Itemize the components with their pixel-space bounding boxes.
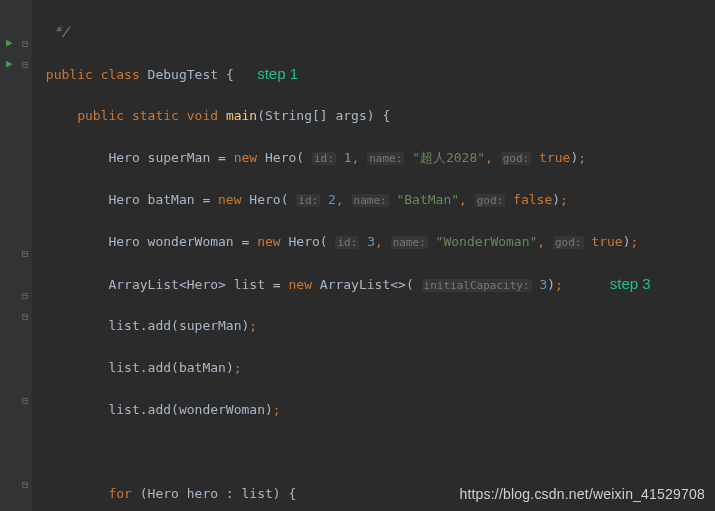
code-line: public static void main(String[] args) { <box>38 105 651 126</box>
comment-close: */ <box>54 24 70 39</box>
variable: list <box>108 318 139 333</box>
keyword: class <box>101 67 140 82</box>
keyword: void <box>187 108 218 123</box>
keyword: static <box>132 108 179 123</box>
param: args <box>335 108 366 123</box>
param-hint: name: <box>367 152 404 165</box>
ctor: Hero <box>265 150 296 165</box>
code-line: Hero batMan = new Hero( id: 2, name: "Ba… <box>38 189 651 210</box>
type: Hero <box>148 486 179 501</box>
number: 3 <box>367 234 375 249</box>
code-line: Hero wonderWoman = new Hero( id: 3, name… <box>38 231 651 252</box>
method-call: add <box>148 318 171 333</box>
literal: true <box>539 150 570 165</box>
keyword: public <box>46 67 93 82</box>
variable: superMan <box>179 318 242 333</box>
fold-icon[interactable]: ⊟ <box>20 390 30 411</box>
ctor: Hero <box>288 234 319 249</box>
watermark: https://blog.csdn.net/weixin_41529708 <box>459 484 705 505</box>
fold-icon[interactable]: ⊟ <box>20 285 30 306</box>
param-hint: god: <box>553 236 584 249</box>
ctor: Hero <box>249 192 280 207</box>
variable: superMan <box>148 150 211 165</box>
type: String[] <box>265 108 328 123</box>
code-line: list.add(superMan); <box>38 315 651 336</box>
type: Hero <box>108 150 139 165</box>
param-hint: initialCapacity: <box>422 279 532 292</box>
fold-icon[interactable]: ⊟ <box>20 243 30 264</box>
string: "WonderWoman" <box>436 234 538 249</box>
param-hint: id: <box>312 152 336 165</box>
keyword: new <box>257 234 280 249</box>
string: "超人2028" <box>412 150 485 165</box>
param-hint: god: <box>501 152 532 165</box>
step-label: step 1 <box>257 65 298 82</box>
fold-icon[interactable]: ⊟ <box>20 33 30 54</box>
fold-icon[interactable]: ⊟ <box>20 54 30 75</box>
keyword: public <box>77 108 124 123</box>
code-line: */ <box>38 21 651 42</box>
type: Hero <box>108 234 139 249</box>
variable: list <box>234 277 265 292</box>
code-editor[interactable]: */ public class DebugTest { step 1 publi… <box>38 0 651 511</box>
type: ArrayList <box>108 277 178 292</box>
variable: hero <box>187 486 218 501</box>
literal: false <box>513 192 552 207</box>
variable: batMan <box>179 360 226 375</box>
code-line: list.add(batMan); <box>38 357 651 378</box>
param-hint: name: <box>352 194 389 207</box>
fold-icon[interactable]: ⊟ <box>20 474 30 495</box>
param-hint: god: <box>475 194 506 207</box>
variable: wonderWoman <box>179 402 265 417</box>
param-hint: name: <box>391 236 428 249</box>
param-hint: id: <box>335 236 359 249</box>
method-call: add <box>148 360 171 375</box>
type: Hero <box>187 277 218 292</box>
code-line: ArrayList<Hero> list = new ArrayList<>( … <box>38 273 651 294</box>
type: Hero <box>108 192 139 207</box>
fold-icon[interactable]: ⊟ <box>20 306 30 327</box>
run-marker-icon[interactable]: ▶ <box>6 32 18 44</box>
variable: wonderWoman <box>148 234 234 249</box>
keyword: new <box>218 192 241 207</box>
param-hint: id: <box>296 194 320 207</box>
code-line: Hero superMan = new Hero( id: 1, name: "… <box>38 147 651 168</box>
ctor: ArrayList <box>320 277 390 292</box>
run-marker-icon[interactable]: ▶ <box>6 53 18 65</box>
step-label: step 3 <box>610 275 651 292</box>
number: 1 <box>344 150 352 165</box>
code-line <box>38 441 651 462</box>
variable: list <box>108 402 139 417</box>
method-name: main <box>226 108 257 123</box>
variable: batMan <box>148 192 195 207</box>
method-call: add <box>148 402 171 417</box>
variable: list <box>242 486 273 501</box>
string: "BatMan" <box>396 192 459 207</box>
class-name: DebugTest <box>148 67 218 82</box>
gutter: ▶ ▶ ⊟ ⊟ ⊟ ⊟ ⊟ ⊟ ⊟ <box>0 0 32 511</box>
keyword: for <box>108 486 131 501</box>
number: 2 <box>328 192 336 207</box>
code-line: list.add(wonderWoman); <box>38 399 651 420</box>
keyword: new <box>289 277 312 292</box>
code-line: public class DebugTest { step 1 <box>38 63 651 84</box>
keyword: new <box>234 150 257 165</box>
literal: true <box>591 234 622 249</box>
variable: list <box>108 360 139 375</box>
